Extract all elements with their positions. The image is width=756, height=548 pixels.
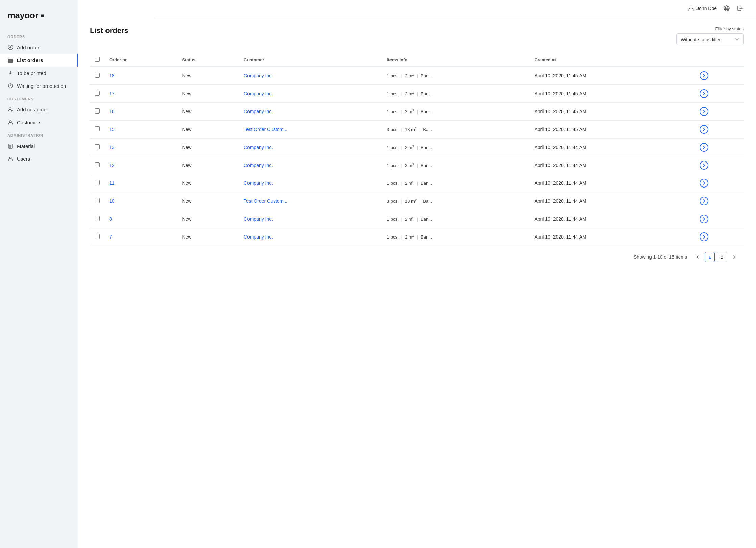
items-info-cell: 1 pcs. | 2 m2 | Ban... — [382, 67, 530, 85]
extra-value: Ban... — [421, 181, 432, 186]
customer-link[interactable]: Company Inc. — [244, 180, 273, 186]
row-checkbox[interactable] — [95, 144, 100, 149]
row-arrow-button[interactable] — [700, 89, 708, 98]
order-nr-link[interactable]: 12 — [109, 163, 115, 168]
sidebar-item-material[interactable]: Material — [0, 140, 78, 152]
material-icon — [7, 143, 14, 149]
order-nr-link[interactable]: 10 — [109, 198, 115, 204]
row-arrow-button[interactable] — [700, 215, 708, 223]
sidebar-item-users[interactable]: Users — [0, 152, 78, 165]
row-checkbox[interactable] — [95, 162, 100, 167]
customers-label: Customers — [17, 120, 42, 125]
pcs-value: 1 pcs. — [387, 91, 399, 96]
row-arrow-button[interactable] — [700, 232, 708, 241]
items-info: 3 pcs. | 18 m2 | Ba... — [387, 127, 525, 132]
order-nr-link[interactable]: 16 — [109, 109, 115, 114]
sidebar-item-list-orders[interactable]: List orders — [0, 54, 78, 67]
col-order-nr: Order nr — [104, 53, 177, 67]
row-checkbox[interactable] — [95, 234, 100, 239]
row-arrow-button[interactable] — [700, 107, 708, 116]
order-nr-link[interactable]: 17 — [109, 91, 115, 96]
waiting-label: Waiting for production — [17, 83, 66, 89]
items-info: 1 pcs. | 2 m2 | Ban... — [387, 163, 525, 168]
status-cell: New — [177, 174, 239, 192]
order-nr-cell: 15 — [104, 121, 177, 139]
sqm-value: 2 m2 — [405, 145, 414, 150]
sidebar-item-customers[interactable]: Customers — [0, 116, 78, 129]
pcs-value: 3 pcs. — [387, 127, 399, 132]
prev-page-button[interactable] — [692, 252, 703, 262]
customer-link[interactable]: Test Order Custom... — [244, 198, 287, 204]
table-row: 18 New Company Inc. 1 pcs. | 2 m2 | Ban.… — [90, 67, 744, 85]
to-be-printed-icon — [7, 70, 14, 76]
globe-button[interactable] — [723, 5, 730, 12]
customer-link[interactable]: Test Order Custom... — [244, 127, 287, 132]
next-page-button[interactable] — [729, 252, 739, 262]
items-info-cell: 1 pcs. | 2 m2 | Ban... — [382, 210, 530, 228]
users-icon — [7, 156, 14, 162]
row-checkbox[interactable] — [95, 216, 100, 221]
created-at-cell: April 10, 2020, 11:45 AM — [529, 103, 694, 121]
order-nr-link[interactable]: 18 — [109, 73, 115, 78]
sqm-value: 2 m2 — [405, 163, 414, 168]
order-nr-link[interactable]: 8 — [109, 216, 112, 222]
extra-value: Ba... — [423, 127, 432, 132]
extra-value: Ban... — [421, 91, 432, 96]
customer-link[interactable]: Company Inc. — [244, 73, 273, 78]
customer-link[interactable]: Company Inc. — [244, 163, 273, 168]
sidebar-item-add-customer[interactable]: Add customer — [0, 103, 78, 116]
sidebar-item-waiting-for-production[interactable]: Waiting for production — [0, 79, 78, 92]
status-cell: New — [177, 156, 239, 174]
row-action-cell — [695, 139, 744, 156]
row-arrow-button[interactable] — [700, 179, 708, 188]
row-checkbox[interactable] — [95, 73, 100, 78]
page-1-button[interactable]: 1 — [705, 252, 715, 262]
table-row: 13 New Company Inc. 1 pcs. | 2 m2 | Ban.… — [90, 139, 744, 156]
row-arrow-button[interactable] — [700, 125, 708, 134]
row-checkbox[interactable] — [95, 126, 100, 131]
filter-dropdown[interactable]: Without status filter — [676, 33, 744, 45]
customer-link[interactable]: Company Inc. — [244, 216, 273, 222]
filter-section: Filter by status Without status filter — [676, 26, 744, 45]
select-all-checkbox[interactable] — [95, 57, 100, 62]
user-info: John Doe — [688, 5, 717, 12]
row-checkbox[interactable] — [95, 108, 100, 114]
order-nr-link[interactable]: 7 — [109, 234, 112, 240]
customer-cell: Company Inc. — [239, 210, 382, 228]
logout-button[interactable] — [736, 5, 744, 12]
select-all-header — [90, 53, 104, 67]
customer-link[interactable]: Company Inc. — [244, 91, 273, 96]
status-cell: New — [177, 67, 239, 85]
row-arrow-button[interactable] — [700, 143, 708, 152]
sidebar-item-to-be-printed[interactable]: To be printed — [0, 67, 78, 79]
order-nr-link[interactable]: 13 — [109, 145, 115, 150]
customer-link[interactable]: Company Inc. — [244, 109, 273, 114]
page-2-button[interactable]: 2 — [717, 252, 727, 262]
created-at-cell: April 10, 2020, 11:45 AM — [529, 85, 694, 103]
row-action-cell — [695, 174, 744, 192]
sidebar-item-add-order[interactable]: Add order — [0, 41, 78, 54]
customer-link[interactable]: Company Inc. — [244, 234, 273, 240]
items-info: 1 pcs. | 2 m2 | Ban... — [387, 234, 525, 240]
row-action-cell — [695, 103, 744, 121]
svg-rect-5 — [8, 61, 13, 62]
customer-link[interactable]: Company Inc. — [244, 145, 273, 150]
row-arrow-button[interactable] — [700, 161, 708, 170]
customers-section-label: CUSTOMERS — [0, 92, 78, 103]
order-nr-link[interactable]: 11 — [109, 180, 115, 186]
items-info: 1 pcs. | 2 m2 | Ban... — [387, 73, 525, 78]
row-checkbox[interactable] — [95, 91, 100, 96]
row-checkbox[interactable] — [95, 180, 100, 185]
row-arrow-button[interactable] — [700, 197, 708, 205]
order-nr-cell: 12 — [104, 156, 177, 174]
sqm-value: 18 m2 — [405, 127, 417, 132]
row-arrow-button[interactable] — [700, 71, 708, 80]
orders-table: Order nr Status Customer Items info Crea… — [90, 53, 744, 246]
items-info: 1 pcs. | 2 m2 | Ban... — [387, 109, 525, 114]
created-at-cell: April 10, 2020, 11:44 AM — [529, 156, 694, 174]
order-nr-cell: 10 — [104, 192, 177, 210]
order-nr-cell: 7 — [104, 228, 177, 246]
order-nr-link[interactable]: 15 — [109, 127, 115, 132]
customer-cell: Company Inc. — [239, 85, 382, 103]
row-checkbox[interactable] — [95, 198, 100, 203]
